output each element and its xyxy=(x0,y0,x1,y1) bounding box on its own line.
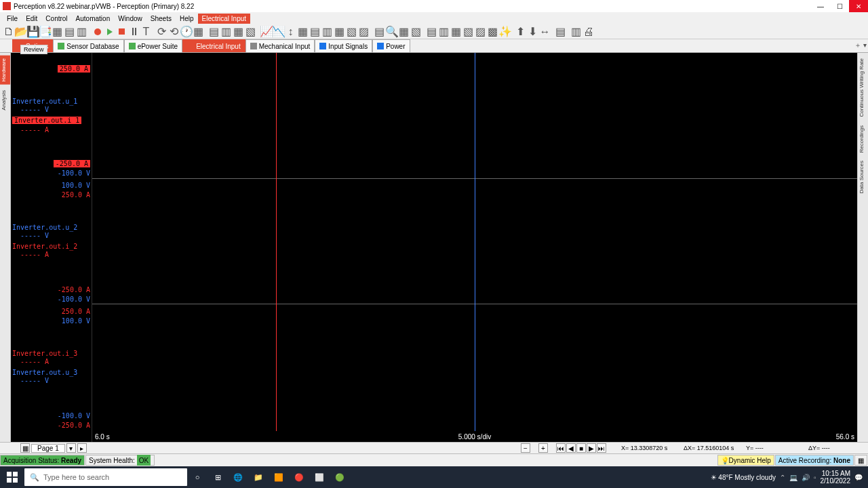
network-icon[interactable]: 💻 xyxy=(789,474,797,481)
edge-icon[interactable]: 🌐 xyxy=(228,466,248,488)
chart-icon[interactable]: 📈 xyxy=(260,26,272,37)
nav-play-icon[interactable]: ▶ xyxy=(587,443,596,453)
tool-icon[interactable]: ▦ xyxy=(193,26,204,37)
zoom-icon[interactable]: 🔍 xyxy=(386,26,397,37)
tool-icon[interactable]: ⬇ xyxy=(527,26,538,37)
nav-last-icon[interactable]: ⏭ xyxy=(597,443,606,453)
menu-electrical-input[interactable]: Electrical Input xyxy=(198,14,251,24)
tray-icon[interactable]: ▫ xyxy=(814,474,816,481)
tool-icon[interactable]: ▥ xyxy=(76,26,87,37)
cursor-icon[interactable]: ↕ xyxy=(285,26,296,37)
tab-epower-suite[interactable]: ePower Suite xyxy=(124,39,182,52)
close-button[interactable]: ✕ xyxy=(849,0,868,12)
pause-icon[interactable]: ⏸ xyxy=(128,26,140,37)
taskview-icon[interactable]: ⊞ xyxy=(208,466,228,488)
tool-icon[interactable]: ▤ xyxy=(309,26,321,37)
nav-stop-icon[interactable]: ■ xyxy=(576,443,586,453)
tool-icon[interactable]: ▤ xyxy=(555,26,566,37)
tool-icon[interactable]: ▤ xyxy=(208,26,220,37)
tool-icon[interactable]: ↔ xyxy=(539,26,551,37)
tool-icon[interactable]: ▨ xyxy=(475,26,486,37)
menu-help[interactable]: Help xyxy=(176,14,198,24)
plot-area[interactable]: 6.0 s 5.000 s/div 56.0 s xyxy=(92,53,857,442)
tab-sensor-database[interactable]: Sensor Database xyxy=(53,39,123,52)
page-next-icon[interactable]: ▸ xyxy=(77,443,87,453)
tool-icon[interactable]: ▦ xyxy=(52,26,63,37)
menu-automation[interactable]: Automation xyxy=(72,14,115,24)
menu-window[interactable]: Window xyxy=(114,14,146,24)
menu-sheets[interactable]: Sheets xyxy=(146,14,176,24)
tool-icon[interactable]: ▧ xyxy=(245,26,256,37)
tool-icon[interactable]: ▥ xyxy=(321,26,333,37)
explorer-icon[interactable]: 📁 xyxy=(248,466,269,488)
tool-icon[interactable]: ▥ xyxy=(220,26,232,37)
tool-icon[interactable]: ▧ xyxy=(462,26,474,37)
volume-icon[interactable]: 🔊 xyxy=(802,474,810,481)
vtab-recordings[interactable]: Recordings xyxy=(858,123,868,155)
tool-icon[interactable]: ▦ xyxy=(297,26,309,37)
page-dropdown-icon[interactable]: ▾ xyxy=(66,443,76,453)
stop-icon[interactable] xyxy=(116,26,127,37)
tab-mechanical-input[interactable]: Mechanical Input xyxy=(245,39,315,52)
vtab-analysis[interactable]: Analysis xyxy=(0,87,10,113)
dynamic-help[interactable]: 💡 Dynamic Help xyxy=(717,455,774,466)
notifications-icon[interactable]: 💬 xyxy=(854,474,863,481)
maximize-button[interactable]: ☐ xyxy=(830,0,849,12)
vtab-hardware[interactable]: Hardware xyxy=(0,56,10,85)
cortana-icon[interactable]: ○ xyxy=(187,466,208,488)
tab-power[interactable]: Power xyxy=(372,39,410,52)
save-icon[interactable]: 💾 xyxy=(27,26,39,37)
app-icon[interactable]: ⬜ xyxy=(309,466,330,488)
app-icon[interactable]: 🔴 xyxy=(289,466,309,488)
record-icon[interactable] xyxy=(92,26,103,37)
vtab-data-sources[interactable]: Data Sources xyxy=(858,158,868,196)
taskbar-search[interactable]: 🔍 Type here to search xyxy=(24,468,187,486)
chart-icon[interactable]: 📉 xyxy=(273,26,284,37)
new-icon[interactable]: 🗋 xyxy=(3,26,14,37)
tab-add-icon[interactable]: ＋ ▾ xyxy=(854,41,867,50)
nav-prev-icon[interactable]: ◀ xyxy=(566,443,576,453)
tool-icon[interactable]: ▧ xyxy=(410,26,422,37)
app-icon[interactable]: 🟧 xyxy=(269,466,289,488)
chevron-up-icon[interactable]: ⌃ xyxy=(780,474,785,481)
tool-icon[interactable]: ▤ xyxy=(64,26,75,37)
menu-edit[interactable]: Edit xyxy=(22,14,41,24)
clock[interactable]: 10:15 AM 2/10/2022 xyxy=(821,470,851,485)
open-icon[interactable]: 📂 xyxy=(15,26,26,37)
tool-icon[interactable]: ▩ xyxy=(487,26,498,37)
tool-icon[interactable]: ▦ xyxy=(398,26,410,37)
save-all-icon[interactable]: 📑 xyxy=(39,26,51,37)
menu-file[interactable]: File xyxy=(3,14,22,24)
play-icon[interactable] xyxy=(104,26,115,37)
tool-icon[interactable]: ▦ xyxy=(233,26,244,37)
tool-icon[interactable]: ▦ xyxy=(334,26,345,37)
start-button[interactable] xyxy=(0,466,24,488)
weather-widget[interactable]: ☀ 48°F Mostly cloudy xyxy=(711,474,776,481)
waveform-display[interactable]: 250.0 A Inverter.out.u_1 ----- V Inverte… xyxy=(11,53,857,442)
cursor-blue[interactable] xyxy=(475,53,475,442)
chrome-icon[interactable]: 🟢 xyxy=(330,466,350,488)
tab-electrical-input[interactable]: Electrical Input xyxy=(182,39,245,52)
wand-icon[interactable]: ✨ xyxy=(499,26,511,37)
nav-zoom-out-icon[interactable]: − xyxy=(521,443,530,453)
tool-icon[interactable]: ▤ xyxy=(374,26,385,37)
minimize-button[interactable]: — xyxy=(811,0,830,12)
clock-icon[interactable]: 🕐 xyxy=(180,26,192,37)
tool-icon[interactable]: ⬆ xyxy=(515,26,526,37)
status-extra-icon[interactable]: ▦ xyxy=(854,455,867,466)
page-tab[interactable]: Page 1 xyxy=(31,444,65,453)
refresh-icon[interactable]: ⟳ xyxy=(156,26,167,37)
tool-icon[interactable]: ▧ xyxy=(346,26,357,37)
page-icon[interactable]: ▦ xyxy=(20,443,30,453)
vtab-continuous-writing-rate[interactable]: Continuous Writing Rate xyxy=(858,56,868,120)
tool-icon[interactable]: ▥ xyxy=(570,26,582,37)
tab-input-signals[interactable]: Input Signals xyxy=(315,39,372,52)
nav-zoom-in-icon[interactable]: + xyxy=(538,443,548,453)
tool-icon[interactable]: ▨ xyxy=(358,26,370,37)
tool-icon[interactable]: ▥ xyxy=(438,26,450,37)
text-icon[interactable]: T xyxy=(140,26,152,37)
sync-icon[interactable]: ⟲ xyxy=(168,26,180,37)
menu-control[interactable]: Control xyxy=(41,14,71,24)
tool-icon[interactable]: ▦ xyxy=(450,26,462,37)
tool-icon[interactable]: ▤ xyxy=(426,26,437,37)
